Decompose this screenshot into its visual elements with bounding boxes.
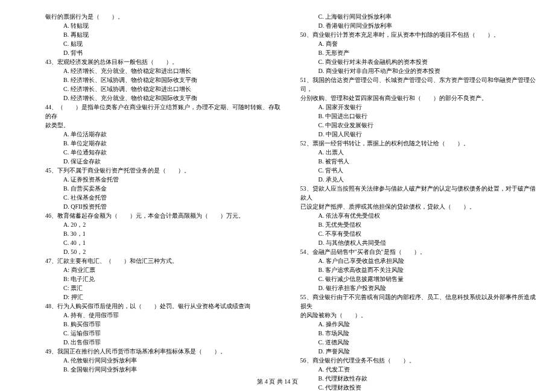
option-text: B. 经济增长、区域协调、物价稳定和国际收支平衡 bbox=[45, 75, 282, 84]
question-text: 43、宏观经济发展的总体目标一般包括（ ）。 bbox=[45, 57, 282, 66]
option-text: D. 经济增长、充分就业、物价稳定和国际收支平衡 bbox=[45, 93, 282, 103]
question-text: 44、（ ）是指单位类客户在商业银行开立结算账户，办理不定期、可随时转账、存取的… bbox=[45, 103, 282, 121]
option-text: C. 上海银行间同业拆放利率 bbox=[300, 12, 538, 21]
question-text: 已设定财产抵押、质押或其他担保的贷款债权，贷款人（ ）。 bbox=[300, 202, 538, 211]
option-text: D. 声誉风险 bbox=[300, 347, 538, 356]
option-text: A. 单位活期存款 bbox=[45, 130, 282, 139]
option-text: A. 20，2 bbox=[45, 220, 282, 229]
option-text: D. 出售假币罪 bbox=[45, 338, 282, 347]
question-text: 56、商业银行的代理业务不包括（ ）。 bbox=[300, 356, 538, 365]
option-text: C. 道德风险 bbox=[300, 338, 538, 347]
question-text: 50、商业银行计算资本充足率时，应从资本中扣除的项目不包括（ ）。 bbox=[300, 30, 538, 39]
option-text: D. 承兑人 bbox=[300, 175, 538, 184]
option-text: A. 操作风险 bbox=[300, 320, 538, 329]
option-text: C. 中国农业发展银行 bbox=[300, 121, 538, 130]
option-text: A. 出票人 bbox=[300, 148, 538, 157]
option-text: A. 代发工资 bbox=[300, 365, 538, 374]
option-text: A: 商业汇票 bbox=[45, 265, 282, 274]
option-text: A. 国家开发银行 bbox=[300, 103, 538, 112]
option-text: B. 被背书人 bbox=[300, 157, 538, 166]
question-text: 银行的票据行为是（ ）。 bbox=[45, 12, 282, 21]
option-text: C. 背书人 bbox=[300, 166, 538, 175]
option-text: D. 50，2 bbox=[45, 247, 282, 256]
question-text: 52、票据一经背书转让，票据上的权利也随之转让给（ ）。 bbox=[300, 139, 538, 148]
option-text: A. 客户自己享受收益也承担风险 bbox=[300, 256, 538, 265]
option-text: C: 票汇 bbox=[45, 283, 282, 292]
question-text: 53、贷款人应当按照有关法律参与借款人破产财产的认定与债权债务的处置，对于破产借… bbox=[300, 184, 538, 202]
question-text: 51、我国的信达资产管理公司、长城资产管理公司、东方资产管理公司和华融资产管理公… bbox=[300, 75, 538, 93]
option-text: B. 市场风险 bbox=[300, 329, 538, 338]
option-text: A. 经济增长、充分就业、物价稳定和进出口增长 bbox=[45, 66, 282, 75]
option-text: A. 转贴现 bbox=[45, 21, 282, 30]
option-text: C. 银行减少信息披露增加销售量 bbox=[300, 274, 538, 283]
question-text: 45、下列不属于商业银行资产托管业务的是（ ）。 bbox=[45, 166, 282, 175]
option-text: B. 中国进出口银行 bbox=[300, 112, 538, 121]
question-text: 54、金融产品销售中"买者自负"是指（ ）。 bbox=[300, 247, 538, 256]
option-text: B. 客户追求高收益而不关注风险 bbox=[300, 265, 538, 274]
option-text: C. 社保基金托管 bbox=[45, 193, 282, 202]
option-text: D. 中国人民银行 bbox=[300, 130, 538, 139]
option-text: D. 银行承担客户投资风险 bbox=[300, 283, 538, 292]
option-text: D. 商业银行对非自用不动产和企业的资本投资 bbox=[300, 66, 538, 75]
page-footer: 第 4 页 共 14 页 bbox=[0, 378, 555, 386]
option-text: B. 全国银行间同业拆放利率 bbox=[45, 365, 282, 374]
option-text: A. 证券投资基金托管 bbox=[45, 175, 282, 184]
option-text: B. 无形资产 bbox=[300, 48, 538, 57]
right-column: C. 上海银行间同业拆放利率D. 香港银行间同业拆放利率50、商业银行计算资本充… bbox=[291, 12, 538, 392]
option-text: B. 再贴现 bbox=[45, 30, 282, 39]
left-column: 银行的票据行为是（ ）。A. 转贴现B. 再贴现C. 贴现D. 背书43、宏观经… bbox=[45, 12, 291, 392]
option-text: C. 经济增长、区域协调、物价稳定和进出口增长 bbox=[45, 84, 282, 93]
option-text: D. QFII投资托管 bbox=[45, 202, 282, 211]
option-text: D. 与其他债权人共同受偿 bbox=[300, 238, 538, 247]
option-text: B. 无优先受偿权 bbox=[300, 220, 538, 229]
option-text: D. 背书 bbox=[45, 48, 282, 57]
option-text: A. 持有、使用假币罪 bbox=[45, 311, 282, 320]
question-text: 分别收购、管理和处置四家国有商业银行和（ ）的部分不良资产。 bbox=[300, 93, 538, 103]
option-text: C. 40，1 bbox=[45, 238, 282, 247]
option-text: B: 电子汇兑 bbox=[45, 274, 282, 283]
option-text: D. 香港银行间同业拆放利率 bbox=[300, 21, 538, 30]
option-text: C. 不享有受偿权 bbox=[300, 229, 538, 238]
option-text: A. 商誉 bbox=[300, 39, 538, 48]
option-text: C. 单位通知存款 bbox=[45, 148, 282, 157]
option-text: B. 30，1 bbox=[45, 229, 282, 238]
question-text: 46、教育储蓄起存金额为（ ）元，本金合计最高限额为（ ）万元。 bbox=[45, 211, 282, 220]
option-text: B. 购买假币罪 bbox=[45, 320, 282, 329]
question-text: 48、行为人购买假币后使用的，以（ ）处罚。银行从业资格考试成绩查询 bbox=[45, 302, 282, 311]
option-text: B. 自营买卖基金 bbox=[45, 184, 282, 193]
question-text: 款类型。 bbox=[45, 121, 282, 130]
option-text: A. 依法享有优先受偿权 bbox=[300, 211, 538, 220]
option-text: C. 运输假币罪 bbox=[45, 329, 282, 338]
question-text: 55、商业银行由于不完善或有问题的内部程序、员工、信息科技系统以及外部事件所造成… bbox=[300, 292, 538, 311]
option-text: D. 保证金存款 bbox=[45, 157, 282, 166]
exam-page: 银行的票据行为是（ ）。A. 转贴现B. 再贴现C. 贴现D. 背书43、宏观经… bbox=[0, 0, 555, 392]
option-text: C. 贴现 bbox=[45, 39, 282, 48]
option-text: B. 单位定期存款 bbox=[45, 139, 282, 148]
question-text: 的风险被称为（ ）。 bbox=[300, 311, 538, 320]
option-text: A. 伦敦银行间同业拆放利率 bbox=[45, 356, 282, 365]
question-text: 49、我国正在推行的人民币货币市场基准利率指标体系是（ ）。 bbox=[45, 347, 282, 356]
option-text: C. 商业银行对未并表金融机构的资本投资 bbox=[300, 57, 538, 66]
question-text: 47、汇款主要有电汇、（ ）和信汇三种方式。 bbox=[45, 256, 282, 265]
option-text: D: 押汇 bbox=[45, 292, 282, 302]
